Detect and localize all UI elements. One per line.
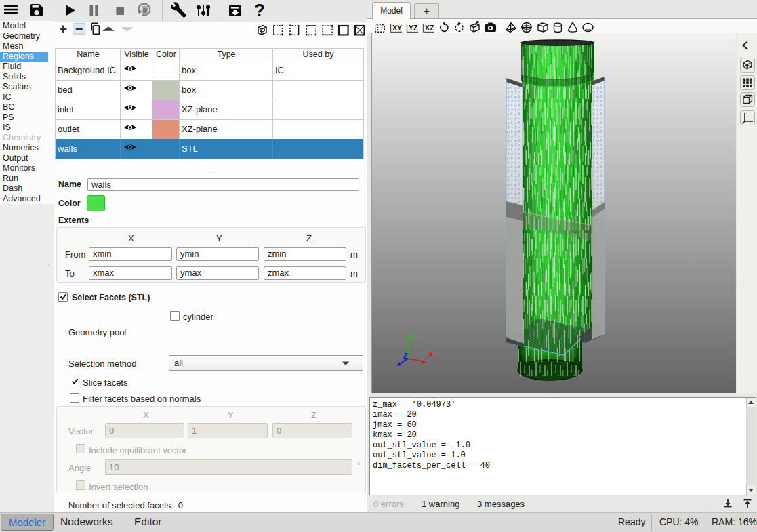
svg-text:YZ: YZ	[409, 24, 418, 32]
svg-text:Z: Z	[403, 352, 409, 360]
svg-text:?: ?	[254, 0, 265, 20]
svg-text:XZ: XZ	[425, 24, 434, 32]
svg-text:Y: Y	[411, 333, 417, 341]
svg-text:X: X	[428, 350, 434, 359]
svg-text:XY: XY	[392, 24, 402, 32]
